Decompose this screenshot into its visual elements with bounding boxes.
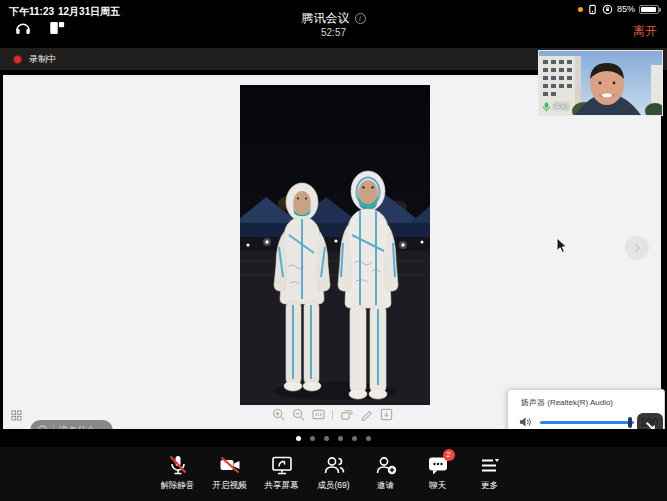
next-page-button[interactable] [625,236,649,260]
chat-label: 聊天 [429,480,446,492]
screen-share-icon [270,453,294,477]
mic-on-icon [542,102,551,112]
battery-percent: 85% [617,4,635,14]
camera-off-icon [218,453,242,477]
bottom-toolbar: 解除静音 开启视频 共享屏幕 成员(69) [0,447,667,501]
mic-in-use-dot [578,7,583,12]
members-label: 成员(69) [317,480,349,492]
page-dot [310,436,315,441]
edit-pencil-icon[interactable] [360,408,373,421]
members-icon [322,453,346,477]
screen-mirroring-icon [587,4,598,15]
zoom-out-icon[interactable] [292,408,305,421]
rotate-icon[interactable] [340,408,353,421]
start-video-button[interactable]: 开启视频 [204,447,256,492]
share-screen-button[interactable]: 共享屏幕 [256,447,308,492]
participant-name: 李刚 [553,101,569,112]
participant-nametag: 李刚 [542,101,569,112]
meeting-title: 腾讯会议 [302,11,350,25]
volume-slider-thumb[interactable] [628,417,632,428]
page-dot [296,436,301,441]
more-icon [478,453,502,477]
shared-photo [240,85,430,405]
shared-content-panel: 说点什么... 扬声器 (Realtek(R) Audio) 100 [3,75,661,429]
chat-unread-badge: 2 [443,449,455,461]
page-dot [324,436,329,441]
page-dot [366,436,371,441]
leave-meeting-button[interactable]: 离开 [633,23,657,40]
status-header-bar: 下午11:23 12月31日周五 腾讯会议i 52:57 85% 离开 [0,0,667,48]
speaker-icon [519,416,532,428]
more-button[interactable]: 更多 [464,447,516,492]
recording-label: 录制中 [29,53,56,66]
shared-screen-stage: 说点什么... 扬声器 (Realtek(R) Audio) 100 [0,70,667,429]
invite-icon [374,453,398,477]
invite-button[interactable]: 邀请 [360,447,412,492]
start-video-label: 开启视频 [213,480,247,492]
orientation-lock-icon [602,4,613,15]
viewer-divider [332,410,333,420]
mic-off-icon [166,453,190,477]
tencent-meeting-window: 下午11:23 12月31日周五 腾讯会议i 52:57 85% 离开 录制中 [0,0,667,501]
battery-icon [639,5,659,14]
page-dot [338,436,343,441]
meeting-title-row: 腾讯会议i [0,10,667,27]
unmute-button[interactable]: 解除静音 [152,447,204,492]
speaker-device-label: 扬声器 (Realtek(R) Audio) [521,397,613,408]
volume-slider[interactable] [540,421,634,424]
chevron-right-icon [632,243,642,253]
meeting-info-icon[interactable]: i [355,13,366,24]
more-label: 更多 [481,480,498,492]
one-to-one-icon[interactable] [312,408,325,421]
share-screen-label: 共享屏幕 [265,480,299,492]
page-dot [352,436,357,441]
grid-view-icon[interactable] [11,410,22,421]
download-icon[interactable] [380,408,393,421]
unmute-label: 解除静音 [161,480,195,492]
recording-dot-icon [13,55,22,64]
mouse-cursor [556,237,568,254]
system-status-icons: 85% [578,3,659,15]
pagination-dots [0,429,667,447]
meeting-duration: 52:57 [0,27,667,38]
chat-button[interactable]: 2 聊天 [412,447,464,492]
zoom-in-icon[interactable] [272,408,285,421]
invite-label: 邀请 [377,480,394,492]
participant-video-thumbnail[interactable]: 李刚 [539,51,662,115]
members-button[interactable]: 成员(69) [308,447,360,492]
